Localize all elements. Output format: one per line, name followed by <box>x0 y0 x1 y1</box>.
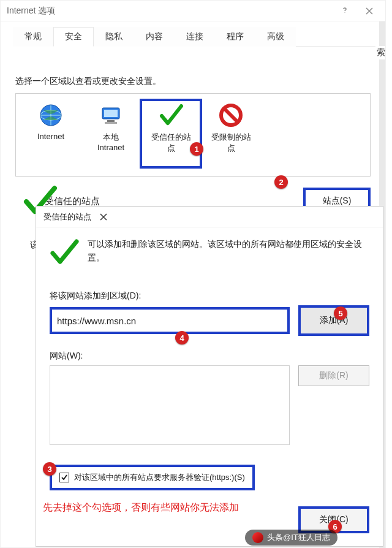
sub-titlebar: 受信任的站点 <box>36 207 383 227</box>
zone-local-intranet[interactable]: 本地 Intranet <box>81 100 141 167</box>
window-title: Internet 选项 <box>7 6 55 17</box>
close-button[interactable] <box>357 2 382 20</box>
tab-general[interactable]: 常规 <box>13 27 53 47</box>
tabs: 常规 安全 隐私 内容 连接 程序 高级 <box>13 26 379 47</box>
watermark-text: 头条@IT狂人日志 <box>267 532 330 543</box>
require-https-highlight: 对该区域中的所有站点要求服务器验证(https:)(S) <box>50 465 255 490</box>
require-https-label: 对该区域中的所有站点要求服务器验证(https:)(S) <box>74 472 245 483</box>
tab-connections[interactable]: 连接 <box>175 27 215 47</box>
add-website-label: 将该网站添加到区域(D): <box>50 291 369 302</box>
cutoff-label: 索 <box>375 46 385 59</box>
require-https-checkbox[interactable] <box>59 473 69 482</box>
annotation-badge-2: 2 <box>274 175 288 189</box>
zone-detail-header: 受信任的站点 <box>45 196 292 207</box>
trusted-info-text: 可以添加和删除该区域的网站。该区域中的所有网站都使用区域的安全设置。 <box>88 237 369 265</box>
zone-label: 受限制的站 点 <box>211 132 251 154</box>
monitor-icon <box>98 102 124 128</box>
help-button[interactable] <box>333 2 357 20</box>
watermark: 头条@IT狂人日志 <box>245 530 337 546</box>
svg-rect-4 <box>104 110 118 117</box>
zone-select-label: 选择一个区域以查看或更改安全设置。 <box>15 76 371 87</box>
sub-close-button[interactable] <box>91 208 116 226</box>
zone-label: 受信任的站 点 <box>151 132 191 154</box>
zone-label: 本地 Intranet <box>97 132 124 152</box>
websites-listbox[interactable] <box>50 365 290 445</box>
websites-list-label: 网站(W): <box>50 351 369 362</box>
annotation-badge-1: 1 <box>190 142 203 156</box>
svg-rect-6 <box>105 122 117 124</box>
svg-rect-5 <box>107 120 115 122</box>
zones-list: Internet 本地 Intranet 受信任的站 点 受限制的站 点 <box>15 93 371 177</box>
zone-label: Internet <box>37 132 64 141</box>
trusted-sites-dialog: 受信任的站点 可以添加和删除该区域的网站。该区域中的所有网站都使用区域的安全设置… <box>36 206 383 547</box>
zone-restricted-sites[interactable]: 受限制的站 点 <box>201 100 261 167</box>
require-https-row[interactable]: 对该区域中的所有站点要求服务器验证(https:)(S) <box>55 468 250 487</box>
annotation-badge-3: 3 <box>43 462 56 476</box>
annotation-badge-5: 5 <box>334 306 347 320</box>
zone-internet[interactable]: Internet <box>21 100 81 167</box>
globe-icon <box>38 102 64 128</box>
sub-window-title: 受信任的站点 <box>43 211 91 223</box>
tab-security[interactable]: 安全 <box>53 27 94 47</box>
tab-content[interactable]: 内容 <box>134 27 175 47</box>
tab-advanced[interactable]: 高级 <box>255 27 296 47</box>
add-website-input[interactable] <box>50 307 290 334</box>
zone-trusted-sites[interactable]: 受信任的站 点 <box>141 100 201 167</box>
annotation-badge-4: 4 <box>175 331 189 344</box>
remove-button[interactable]: 删除(R) <box>298 365 369 386</box>
tab-privacy[interactable]: 隐私 <box>94 27 134 47</box>
forbidden-icon <box>218 102 244 128</box>
watermark-avatar-icon <box>252 532 263 543</box>
trusted-check-icon <box>50 237 79 268</box>
titlebar: Internet 选项 <box>1 1 385 21</box>
check-icon <box>158 102 184 128</box>
tab-programs[interactable]: 程序 <box>215 27 255 47</box>
annotation-red-note: 先去掉这个勾选项，否则有些网站你无法添加 <box>43 501 239 514</box>
security-panel: 选择一个区域以查看或更改安全设置。 Internet 本地 Intranet 受… <box>1 47 385 219</box>
